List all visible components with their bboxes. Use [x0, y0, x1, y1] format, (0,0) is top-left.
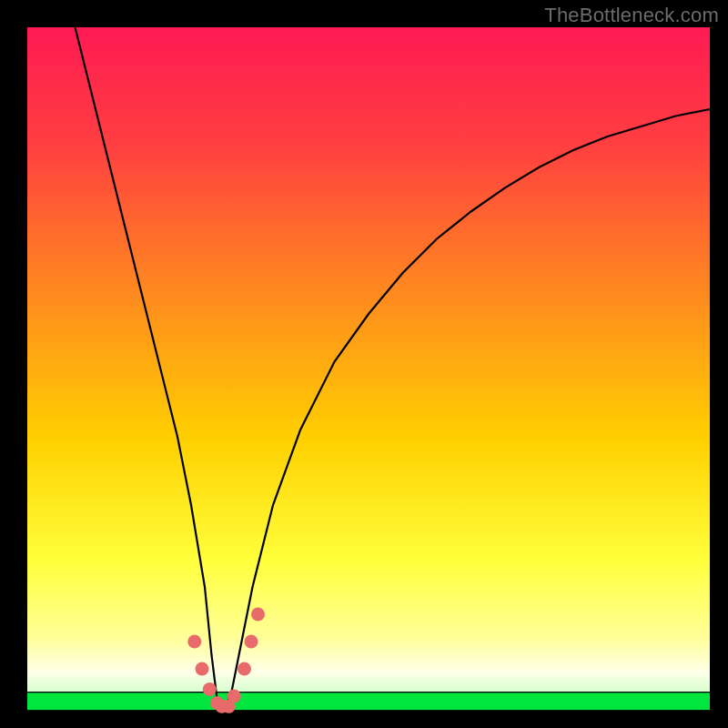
green-band — [27, 693, 710, 710]
marker-dot — [196, 662, 209, 676]
marker-dot — [245, 635, 258, 649]
marker-dot — [187, 635, 201, 649]
marker-dot — [228, 690, 241, 703]
chart-frame: TheBottleneck.com — [0, 0, 728, 728]
marker-dot — [238, 662, 251, 676]
gradient-background — [27, 27, 710, 692]
marker-dot — [203, 682, 217, 696]
watermark-text: TheBottleneck.com — [544, 4, 719, 27]
bottleneck-plot — [0, 0, 728, 728]
marker-dot — [251, 608, 265, 622]
